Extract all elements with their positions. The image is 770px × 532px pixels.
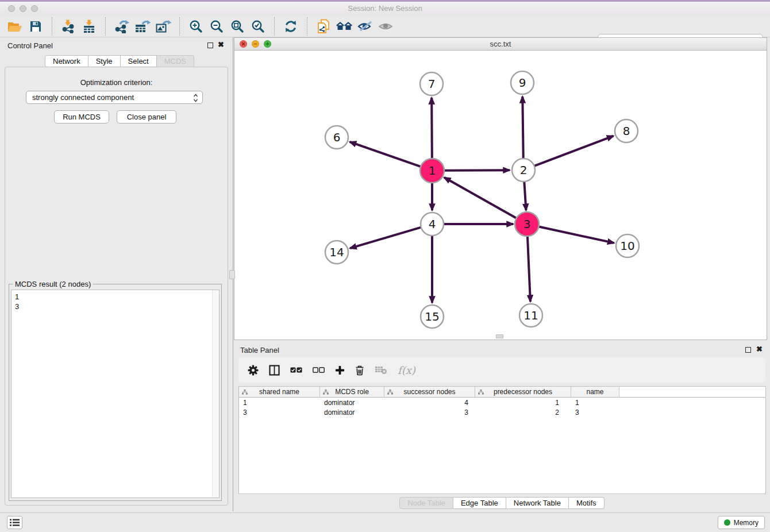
function-builder-button: f(x) — [398, 364, 415, 376]
result-scrollbar[interactable] — [212, 290, 219, 498]
tab-edge-table[interactable]: Edge Table — [453, 497, 506, 509]
node-table: shared nameMCDS rolesuccessor nodesprede… — [238, 386, 766, 494]
graph-node-11[interactable]: 11 — [519, 304, 542, 327]
save-session-button[interactable] — [25, 17, 46, 36]
graph-node-9[interactable]: 9 — [511, 71, 534, 94]
svg-text:8: 8 — [623, 124, 630, 138]
graph-node-14[interactable]: 14 — [325, 241, 348, 264]
column-header-name[interactable]: name — [571, 387, 619, 397]
zoom-in-button[interactable] — [186, 17, 206, 36]
table-cell: 3 — [239, 407, 320, 417]
hierarchy-icon — [242, 390, 248, 395]
zoom-out-button[interactable] — [206, 17, 227, 36]
table-body: 1dominator4113dominator323 — [239, 398, 765, 417]
table-cell: 3 — [571, 407, 619, 417]
tab-select[interactable]: Select — [121, 55, 157, 67]
tab-style[interactable]: Style — [88, 55, 121, 67]
open-session-button[interactable] — [5, 17, 25, 36]
table-row[interactable]: 1dominator411 — [239, 398, 765, 407]
close-panel-button[interactable]: Close panel — [117, 110, 176, 124]
splitter-handle[interactable] — [229, 270, 235, 279]
run-mcds-button[interactable]: Run MCDS — [54, 110, 109, 124]
mcds-result-textarea[interactable]: 13 — [11, 290, 220, 498]
column-header-MCDS-role[interactable]: MCDS role — [320, 387, 384, 397]
graph-edge-2-3[interactable] — [524, 182, 526, 210]
hierarchy-icon — [387, 390, 393, 395]
table-panel: Table Panel ✖ — [234, 342, 770, 511]
column-header-successor-nodes[interactable]: successor nodes — [384, 387, 475, 397]
graph-node-4[interactable]: 4 — [421, 213, 444, 236]
graph-edge-3-11[interactable] — [528, 236, 530, 302]
save-session-icon — [29, 20, 42, 33]
network-window-titlebar: scc.txt — [234, 38, 767, 51]
graph-edge-3-1[interactable] — [444, 178, 517, 218]
graph-node-3[interactable]: 3 — [515, 212, 539, 236]
float-table-panel-icon[interactable] — [745, 347, 751, 353]
add-column-button[interactable] — [335, 365, 345, 375]
graph-edge-2-9[interactable] — [522, 97, 523, 159]
export-network-icon — [114, 20, 129, 33]
zoom-selected-button[interactable] — [248, 17, 268, 36]
show-columns-button[interactable] — [269, 365, 280, 376]
export-image-icon — [155, 20, 171, 33]
memory-label: Memory — [734, 519, 759, 527]
export-table-button[interactable] — [132, 17, 153, 36]
graph-edge-1-6[interactable] — [350, 142, 421, 167]
unchecked-boxes-icon — [313, 367, 325, 373]
show-panel-button[interactable] — [375, 17, 396, 36]
graph-edge-3-10[interactable] — [538, 226, 614, 243]
network-canvas[interactable]: 7968124314101511 — [234, 51, 767, 340]
graph-node-6[interactable]: 6 — [325, 126, 348, 149]
graph-edge-1-7[interactable] — [432, 98, 432, 159]
hide-panel-button[interactable] — [355, 17, 375, 36]
column-header-predecessor-nodes[interactable]: predecessor nodes — [475, 387, 571, 397]
app-titlebar: Session: New Session — [0, 2, 770, 16]
svg-text:1: 1 — [429, 164, 436, 178]
criterion-select[interactable]: strongly connected component — [26, 91, 203, 104]
memory-button[interactable]: Memory — [718, 516, 765, 529]
graph-node-15[interactable]: 15 — [421, 305, 444, 328]
close-table-panel-icon[interactable]: ✖ — [756, 345, 763, 353]
tab-node-table[interactable]: Node Table — [399, 497, 453, 509]
float-panel-icon[interactable] — [207, 43, 213, 48]
zoom-in-icon — [189, 20, 203, 33]
graph-node-7[interactable]: 7 — [420, 72, 443, 95]
tab-network-table[interactable]: Network Table — [506, 497, 569, 509]
column-header-shared-name[interactable]: shared name — [239, 387, 320, 397]
close-panel-icon[interactable]: ✖ — [218, 40, 224, 49]
graph-node-2[interactable]: 2 — [512, 159, 535, 182]
status-bar: Memory — [0, 512, 770, 532]
memory-status-icon — [724, 519, 730, 526]
canvas-scroll-handle[interactable] — [496, 334, 503, 338]
svg-text:7: 7 — [428, 77, 436, 91]
new-network-button[interactable] — [313, 17, 334, 36]
home-icon — [336, 20, 353, 33]
export-network-button[interactable] — [111, 17, 132, 36]
graph-edge-4-14[interactable] — [350, 228, 421, 249]
refresh-button[interactable] — [280, 17, 301, 36]
list-icon — [10, 519, 20, 526]
table-settings-button[interactable] — [248, 365, 259, 376]
graph-node-10[interactable]: 10 — [616, 234, 639, 257]
deselect-all-rows-button[interactable] — [313, 367, 325, 373]
delete-table-icon — [375, 365, 387, 375]
export-image-button[interactable] — [153, 17, 174, 36]
control-panel-tabs: NetworkStyleSelectMCDS — [45, 55, 194, 67]
task-history-button[interactable] — [7, 516, 22, 529]
tab-mcds[interactable]: MCDS — [157, 55, 194, 67]
tab-motifs[interactable]: Motifs — [569, 497, 605, 509]
criterion-value: strongly connected component — [32, 93, 134, 102]
select-all-rows-button[interactable] — [290, 367, 302, 373]
zoom-fit-button[interactable] — [227, 17, 248, 36]
svg-text:9: 9 — [519, 76, 526, 90]
table-row[interactable]: 3dominator323 — [239, 407, 765, 417]
graph-edge-2-8[interactable] — [534, 136, 614, 166]
import-table-button[interactable] — [79, 17, 99, 36]
graph-node-1[interactable]: 1 — [420, 159, 444, 183]
delete-column-button[interactable] — [355, 365, 364, 376]
import-network-button[interactable] — [58, 17, 79, 36]
graph-edge-1-2[interactable] — [444, 170, 510, 171]
home-button[interactable] — [334, 17, 355, 36]
tab-network[interactable]: Network — [45, 55, 88, 67]
graph-node-8[interactable]: 8 — [615, 119, 638, 142]
